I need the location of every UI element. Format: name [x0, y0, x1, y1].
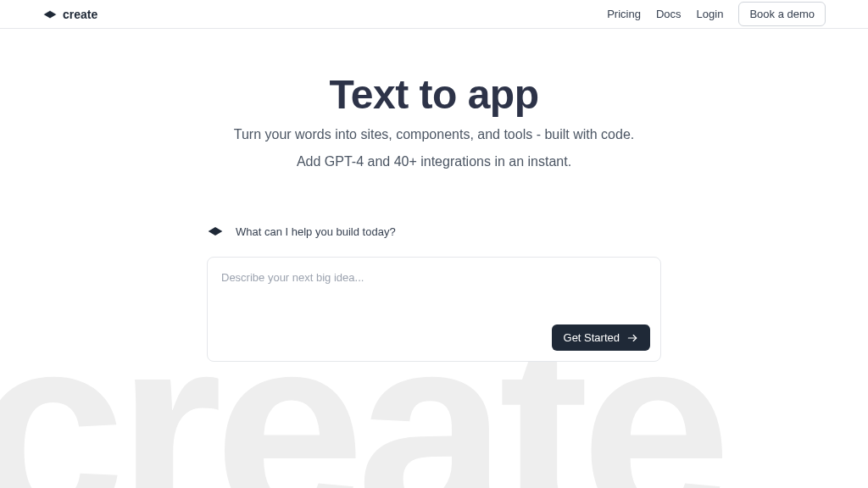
prompt-logo-icon [207, 223, 224, 240]
book-demo-button[interactable]: Book a demo [738, 2, 826, 26]
nav: Pricing Docs Login Book a demo [607, 2, 826, 26]
prompt-label: What can I help you build today? [236, 225, 396, 238]
prompt-section: What can I help you build today? Get Sta… [207, 223, 661, 362]
logo-text: create [63, 8, 97, 21]
hero-subtitle-2: Add GPT-4 and 40+ integrations in an ins… [0, 152, 868, 172]
nav-docs[interactable]: Docs [656, 8, 682, 20]
prompt-header: What can I help you build today? [207, 223, 661, 240]
hero: Text to app Turn your words into sites, … [0, 71, 868, 172]
header: create Pricing Docs Login Book a demo [0, 0, 868, 29]
nav-login[interactable]: Login [697, 8, 724, 20]
get-started-button[interactable]: Get Started [552, 324, 650, 351]
input-card: Get Started [207, 257, 661, 362]
get-started-label: Get Started [564, 331, 620, 344]
arrow-right-icon [626, 332, 638, 344]
nav-pricing[interactable]: Pricing [607, 8, 641, 20]
logo[interactable]: create [42, 7, 97, 22]
logo-icon [42, 7, 58, 22]
idea-input[interactable] [221, 271, 647, 322]
hero-subtitle-1: Turn your words into sites, components, … [0, 125, 868, 145]
hero-title: Text to app [0, 71, 868, 118]
